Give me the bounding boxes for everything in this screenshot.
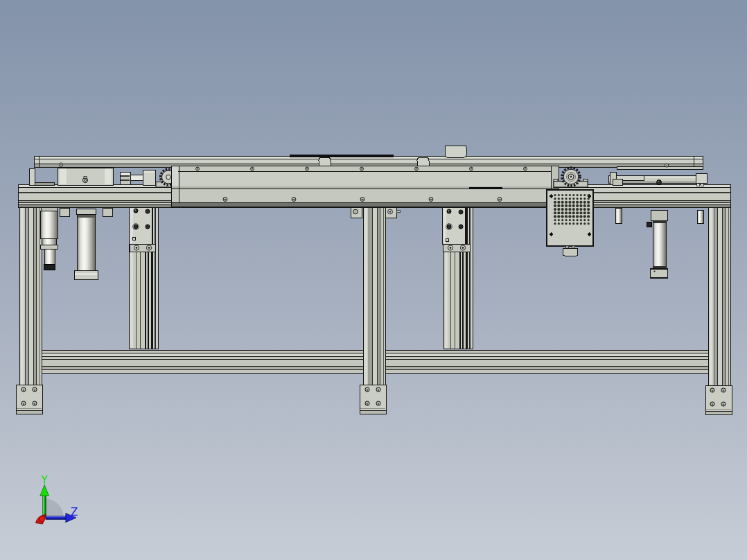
rail-top-box [445, 146, 466, 157]
foot-plate-right [705, 385, 732, 415]
frame-leg-left [19, 207, 42, 385]
leg-bracket-left [351, 207, 362, 218]
metal-peg-2 [697, 210, 703, 223]
foot-plate-middle [360, 385, 386, 414]
beam-stub-1 [60, 208, 69, 216]
rail-sensor-tab-1 [319, 157, 331, 166]
rail-belt-strip [290, 155, 394, 158]
rail-sensor-tab-2 [417, 157, 429, 166]
beam-stub-2 [103, 208, 112, 216]
frame-leg-middle [363, 207, 385, 385]
pneumatic-cylinder-b [74, 209, 98, 279]
actuator-rod [130, 175, 143, 180]
model-canvas[interactable]: Y Z [0, 0, 747, 560]
z-axis-label: Z [71, 506, 78, 518]
frame-leg-right [708, 207, 730, 385]
metal-peg-1 [615, 208, 622, 223]
plate-foot-block [563, 248, 578, 256]
slide-column-right [442, 207, 473, 349]
cad-viewport[interactable]: Y Z [0, 0, 747, 560]
foot-plate-left [16, 385, 42, 414]
sensor-block [120, 172, 130, 184]
y-axis-label: Y [40, 474, 48, 487]
conveyor-belt-strip [469, 187, 502, 190]
cylinder-sensor [647, 222, 652, 227]
